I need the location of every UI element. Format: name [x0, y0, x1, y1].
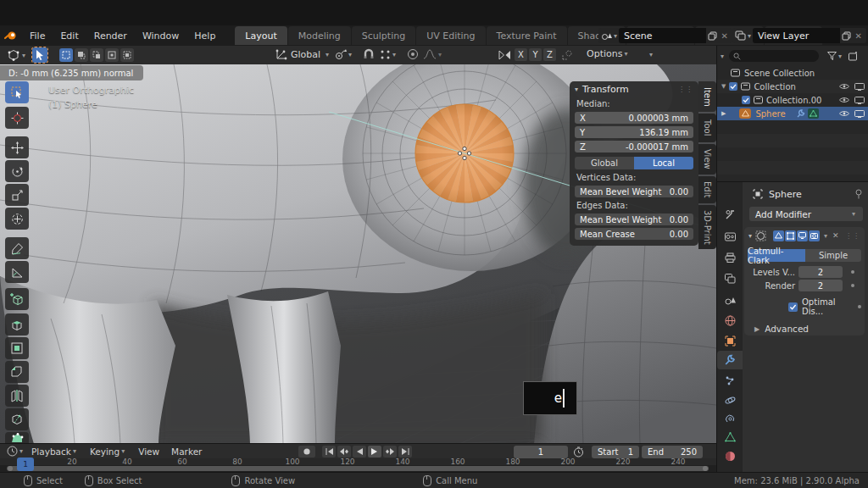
- tool-extrude-region-button[interactable]: [5, 313, 29, 336]
- options-dropdown[interactable]: Options ▾: [587, 48, 629, 59]
- blender-logo-icon[interactable]: [0, 30, 22, 42]
- filter-chevron-icon[interactable]: ▾: [838, 53, 842, 60]
- scene-unlink-icon[interactable]: ✕: [720, 31, 730, 41]
- checkbox-checked-icon[interactable]: [742, 96, 750, 104]
- region-divider[interactable]: [717, 181, 868, 182]
- mirror-x-button[interactable]: X: [515, 48, 527, 61]
- timeline-menu-view[interactable]: View: [138, 446, 159, 457]
- timeline-menu-marker[interactable]: Marker: [171, 446, 202, 457]
- modifier-realtime-toggle[interactable]: [797, 230, 808, 241]
- levels-viewport-field[interactable]: 2: [798, 266, 843, 278]
- modifier-drag-dots-icon[interactable]: ⋮⋮: [845, 232, 860, 240]
- modifier-edit-mode-toggle[interactable]: [785, 230, 796, 241]
- timeline-menu-playback[interactable]: Playback▾: [31, 446, 78, 457]
- mode-selector[interactable]: ▾: [7, 48, 27, 62]
- disclosure-right-icon[interactable]: ▶: [721, 110, 726, 117]
- timeline-menu-keying[interactable]: Keying▾: [90, 446, 126, 457]
- view-layer-new-copy-icon[interactable]: [840, 31, 853, 41]
- tool-scale-button[interactable]: [5, 184, 29, 206]
- sidebar-tab-edit[interactable]: Edit: [698, 176, 716, 203]
- jump-to-end-button[interactable]: [398, 446, 412, 458]
- next-keyframe-button[interactable]: [383, 446, 397, 458]
- snap-magnet-icon[interactable]: [363, 48, 375, 60]
- view-layer-dropdown-chevron-icon[interactable]: ▾: [748, 32, 751, 40]
- properties-tab-render[interactable]: [717, 227, 743, 246]
- scene-dropdown-chevron-icon[interactable]: ▾: [614, 32, 617, 40]
- outliner-editor-type-chevron-icon[interactable]: ▾: [721, 53, 724, 60]
- play-button[interactable]: [368, 446, 381, 458]
- prev-keyframe-button[interactable]: [337, 446, 351, 458]
- properties-tab-modifiers[interactable]: [717, 351, 743, 369]
- space-local-button[interactable]: Local: [634, 157, 693, 169]
- median-x-field[interactable]: X0.000003 mm: [575, 112, 693, 124]
- menu-edit[interactable]: Edit: [53, 25, 86, 46]
- current-frame-field[interactable]: 1: [514, 446, 568, 458]
- tool-bevel-button[interactable]: [5, 361, 29, 383]
- timeline-editor-chevron-icon[interactable]: ▾: [19, 447, 23, 455]
- active-tool-select-box-button[interactable]: [32, 47, 47, 63]
- tool-cursor-button[interactable]: [5, 107, 29, 129]
- view-layer-unlink-icon[interactable]: ✕: [854, 31, 864, 41]
- numeric-input-popup[interactable]: e: [523, 381, 577, 415]
- disclosure-down-icon[interactable]: ▼: [721, 83, 726, 90]
- jump-to-start-button[interactable]: [322, 446, 336, 458]
- scene-name-field[interactable]: Scene: [619, 28, 706, 43]
- median-y-field[interactable]: Y136.19 mm: [575, 126, 693, 138]
- tab-uv-editing[interactable]: UV Editing: [416, 26, 485, 45]
- optimal-display-checkbox[interactable]: [788, 302, 798, 312]
- header-overflow-chevron-icon[interactable]: ▾: [649, 51, 653, 58]
- properties-tab-output[interactable]: [717, 248, 743, 267]
- animate-dot-icon[interactable]: [858, 305, 861, 308]
- menu-file[interactable]: File: [22, 25, 53, 46]
- checkbox-checked-icon[interactable]: [729, 82, 737, 91]
- view-layer-name-field[interactable]: View Layer: [753, 28, 840, 43]
- modifier-expand-icon[interactable]: ▾: [748, 232, 752, 240]
- tool-knife-button[interactable]: [5, 408, 29, 430]
- eye-icon[interactable]: [839, 83, 849, 90]
- play-reverse-button[interactable]: [353, 446, 366, 458]
- monitor-icon[interactable]: [854, 110, 865, 118]
- breadcrumb-object-name[interactable]: Sphere: [769, 189, 802, 200]
- space-global-button[interactable]: Global: [575, 157, 634, 169]
- tab-layout[interactable]: Layout: [235, 26, 287, 45]
- add-modifier-dropdown[interactable]: Add Modifier ▾: [749, 207, 863, 221]
- region-divider[interactable]: [716, 46, 717, 472]
- menu-window[interactable]: Window: [135, 25, 186, 46]
- playhead-current-frame-badge[interactable]: 1: [17, 458, 34, 471]
- advanced-section-toggle[interactable]: ▶ Advanced: [754, 324, 861, 334]
- properties-tab-view-layer[interactable]: [717, 269, 743, 288]
- select-mode-intersect-button[interactable]: [120, 48, 134, 62]
- outliner-row-collection-001[interactable]: Collection.00: [717, 93, 868, 107]
- properties-tab-material[interactable]: [717, 446, 743, 465]
- filter-icon[interactable]: [827, 52, 837, 60]
- tab-sculpting[interactable]: Sculpting: [352, 26, 415, 45]
- panel-drag-dots-icon[interactable]: ⋮⋮: [678, 86, 693, 93]
- tool-loop-cut-button[interactable]: [5, 385, 29, 407]
- timeline-editor-type-icon[interactable]: [7, 446, 18, 457]
- eye-icon[interactable]: [839, 97, 849, 103]
- start-frame-field[interactable]: Start1: [592, 446, 639, 458]
- edge-bevel-weight-field[interactable]: Mean Bevel Weight0.00: [575, 214, 693, 225]
- falloff-curve-icon[interactable]: [423, 48, 437, 60]
- select-mode-new-button[interactable]: [59, 48, 73, 62]
- properties-tab-tool[interactable]: [717, 205, 743, 224]
- proportional-edit-icon[interactable]: [407, 48, 419, 60]
- edge-crease-field[interactable]: Mean Crease0.00: [575, 228, 693, 240]
- modifier-extras-chevron-icon[interactable]: ▾: [824, 232, 827, 240]
- pin-icon[interactable]: [854, 189, 863, 199]
- sidebar-tab-tool[interactable]: Tool: [698, 114, 716, 142]
- tool-poly-build-button[interactable]: [5, 432, 29, 444]
- mirror-z-button[interactable]: Z: [543, 48, 556, 61]
- modifier-delete-icon[interactable]: ✕: [832, 231, 839, 240]
- tool-move-button[interactable]: [5, 136, 29, 158]
- tab-modeling[interactable]: Modeling: [288, 26, 351, 45]
- monitor-icon[interactable]: [854, 97, 865, 104]
- properties-tab-particles[interactable]: [717, 371, 743, 390]
- properties-tab-physics[interactable]: [717, 391, 743, 409]
- timeline-scrollbar[interactable]: [0, 465, 717, 472]
- stopwatch-icon[interactable]: [573, 446, 584, 458]
- select-mode-invert-button[interactable]: [105, 48, 119, 62]
- mirror-y-button[interactable]: Y: [529, 48, 542, 61]
- sidebar-tab-view[interactable]: View: [698, 144, 716, 175]
- snap-target-icon[interactable]: [380, 49, 391, 60]
